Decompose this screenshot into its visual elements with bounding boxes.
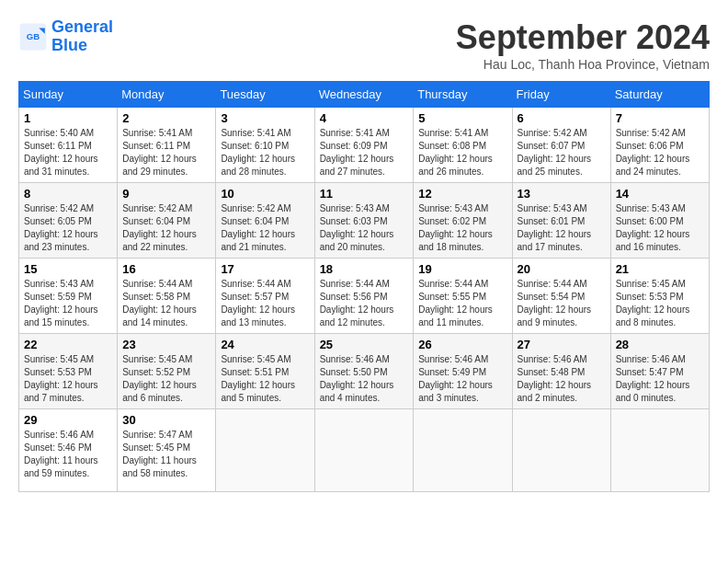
calendar-cell: 4 Sunrise: 5:41 AM Sunset: 6:09 PM Dayli…	[314, 108, 414, 183]
sunrise-label: Sunrise: 5:40 AM	[24, 128, 94, 138]
sunset-label: Sunset: 6:08 PM	[418, 141, 486, 151]
daylight-minutes: and 24 minutes.	[616, 167, 681, 177]
day-info: Sunrise: 5:42 AM Sunset: 6:05 PM Dayligh…	[24, 202, 112, 254]
sunrise-label: Sunrise: 5:46 AM	[320, 354, 390, 364]
sunrise-label: Sunrise: 5:45 AM	[24, 354, 94, 364]
week-row-4: 22 Sunrise: 5:45 AM Sunset: 5:53 PM Dayl…	[19, 334, 710, 409]
day-info: Sunrise: 5:43 AM Sunset: 5:59 PM Dayligh…	[24, 278, 112, 329]
daylight-label: Daylight: 12 hours	[518, 229, 592, 239]
week-row-5: 29 Sunrise: 5:46 AM Sunset: 5:46 PM Dayl…	[19, 409, 710, 492]
sunset-label: Sunset: 6:07 PM	[518, 141, 586, 151]
calendar-cell: 29 Sunrise: 5:46 AM Sunset: 5:46 PM Dayl…	[19, 409, 118, 492]
sunset-label: Sunset: 6:05 PM	[24, 216, 92, 226]
day-number: 24	[221, 338, 309, 351]
calendar-cell: 25 Sunrise: 5:46 AM Sunset: 5:50 PM Dayl…	[314, 334, 414, 409]
day-number: 10	[221, 187, 309, 201]
day-info: Sunrise: 5:45 AM Sunset: 5:53 PM Dayligh…	[24, 353, 112, 405]
day-info: Sunrise: 5:41 AM Sunset: 6:08 PM Dayligh…	[418, 127, 506, 178]
day-number: 6	[518, 111, 606, 125]
sunset-label: Sunset: 6:10 PM	[221, 141, 289, 151]
day-info: Sunrise: 5:44 AM Sunset: 5:58 PM Dayligh…	[122, 278, 210, 329]
week-row-2: 8 Sunrise: 5:42 AM Sunset: 6:05 PM Dayli…	[19, 183, 710, 259]
sunrise-label: Sunrise: 5:46 AM	[418, 354, 488, 364]
calendar-cell: 1 Sunrise: 5:40 AM Sunset: 6:11 PM Dayli…	[19, 108, 118, 183]
calendar-cell	[414, 409, 512, 492]
sunset-label: Sunset: 6:09 PM	[320, 141, 388, 151]
days-header-row: SundayMondayTuesdayWednesdayThursdayFrid…	[19, 82, 710, 108]
daylight-minutes: and 21 minutes.	[221, 242, 286, 252]
daylight-minutes: and 20 minutes.	[320, 242, 385, 252]
calendar-cell: 17 Sunrise: 5:44 AM Sunset: 5:57 PM Dayl…	[216, 259, 314, 334]
daylight-label: Daylight: 12 hours	[221, 304, 295, 315]
daylight-label: Daylight: 12 hours	[320, 229, 394, 239]
daylight-label: Daylight: 11 hours	[24, 455, 98, 465]
day-info: Sunrise: 5:44 AM Sunset: 5:56 PM Dayligh…	[320, 278, 409, 329]
daylight-minutes: and 26 minutes.	[418, 167, 483, 177]
daylight-label: Daylight: 12 hours	[221, 154, 295, 164]
sunrise-label: Sunrise: 5:45 AM	[122, 354, 192, 364]
calendar-cell: 2 Sunrise: 5:41 AM Sunset: 6:11 PM Dayli…	[118, 108, 216, 183]
sunset-label: Sunset: 6:06 PM	[616, 141, 684, 151]
day-number: 20	[518, 262, 606, 276]
sunset-label: Sunset: 5:53 PM	[616, 292, 684, 302]
calendar-cell	[512, 409, 610, 492]
daylight-minutes: and 23 minutes.	[24, 242, 89, 252]
sunrise-label: Sunrise: 5:46 AM	[24, 430, 94, 440]
sunset-label: Sunset: 5:52 PM	[122, 367, 190, 377]
calendar-cell: 7 Sunrise: 5:42 AM Sunset: 6:06 PM Dayli…	[610, 108, 709, 183]
calendar-cell: 13 Sunrise: 5:43 AM Sunset: 6:01 PM Dayl…	[512, 183, 610, 259]
day-number: 15	[24, 262, 112, 276]
calendar-cell: 14 Sunrise: 5:43 AM Sunset: 6:00 PM Dayl…	[610, 183, 709, 259]
sunrise-label: Sunrise: 5:43 AM	[518, 203, 587, 213]
day-number: 3	[221, 111, 309, 125]
sunset-label: Sunset: 5:58 PM	[122, 292, 190, 302]
daylight-minutes: and 12 minutes.	[320, 317, 385, 327]
calendar-cell: 3 Sunrise: 5:41 AM Sunset: 6:10 PM Dayli…	[216, 108, 314, 183]
day-number: 1	[24, 111, 112, 125]
daylight-label: Daylight: 12 hours	[221, 380, 295, 390]
calendar-cell: 18 Sunrise: 5:44 AM Sunset: 5:56 PM Dayl…	[314, 259, 414, 334]
logo: GB General Blue	[18, 18, 113, 55]
daylight-label: Daylight: 12 hours	[518, 154, 592, 164]
daylight-label: Daylight: 12 hours	[320, 380, 394, 390]
day-info: Sunrise: 5:46 AM Sunset: 5:46 PM Dayligh…	[24, 429, 112, 480]
sunrise-label: Sunrise: 5:42 AM	[24, 203, 94, 213]
calendar-cell: 16 Sunrise: 5:44 AM Sunset: 5:58 PM Dayl…	[118, 259, 216, 334]
sunset-label: Sunset: 5:53 PM	[24, 367, 92, 377]
daylight-label: Daylight: 12 hours	[24, 229, 98, 239]
day-info: Sunrise: 5:42 AM Sunset: 6:04 PM Dayligh…	[122, 202, 210, 254]
day-info: Sunrise: 5:45 AM Sunset: 5:53 PM Dayligh…	[616, 278, 704, 329]
day-info: Sunrise: 5:44 AM Sunset: 5:55 PM Dayligh…	[418, 278, 506, 329]
day-info: Sunrise: 5:46 AM Sunset: 5:47 PM Dayligh…	[616, 353, 704, 405]
logo-icon: GB	[18, 22, 48, 52]
daylight-minutes: and 27 minutes.	[320, 167, 385, 177]
day-header-wednesday: Wednesday	[314, 82, 414, 108]
sunset-label: Sunset: 5:48 PM	[518, 367, 586, 377]
sunrise-label: Sunrise: 5:47 AM	[122, 430, 192, 440]
day-header-sunday: Sunday	[19, 82, 118, 108]
daylight-minutes: and 0 minutes.	[616, 393, 677, 403]
daylight-minutes: and 25 minutes.	[518, 167, 583, 177]
day-info: Sunrise: 5:42 AM Sunset: 6:07 PM Dayligh…	[518, 127, 606, 178]
daylight-minutes: and 9 minutes.	[518, 317, 578, 327]
day-info: Sunrise: 5:46 AM Sunset: 5:48 PM Dayligh…	[518, 353, 606, 405]
week-row-3: 15 Sunrise: 5:43 AM Sunset: 5:59 PM Dayl…	[19, 259, 710, 334]
sunrise-label: Sunrise: 5:42 AM	[122, 203, 192, 213]
day-number: 4	[320, 111, 409, 125]
daylight-label: Daylight: 12 hours	[122, 380, 197, 390]
day-info: Sunrise: 5:45 AM Sunset: 5:52 PM Dayligh…	[122, 353, 210, 405]
daylight-minutes: and 2 minutes.	[518, 393, 578, 403]
calendar-cell: 10 Sunrise: 5:42 AM Sunset: 6:04 PM Dayl…	[216, 183, 314, 259]
day-info: Sunrise: 5:44 AM Sunset: 5:57 PM Dayligh…	[221, 278, 309, 329]
sunset-label: Sunset: 5:50 PM	[320, 367, 388, 377]
day-info: Sunrise: 5:47 AM Sunset: 5:45 PM Dayligh…	[122, 429, 210, 480]
daylight-minutes: and 18 minutes.	[418, 242, 483, 252]
sunset-label: Sunset: 6:02 PM	[418, 216, 486, 226]
day-number: 16	[122, 262, 210, 276]
sunset-label: Sunset: 5:59 PM	[24, 292, 92, 302]
sunset-label: Sunset: 6:01 PM	[518, 216, 586, 226]
sunrise-label: Sunrise: 5:41 AM	[418, 128, 488, 138]
sunrise-label: Sunrise: 5:42 AM	[616, 128, 686, 138]
calendar-cell: 28 Sunrise: 5:46 AM Sunset: 5:47 PM Dayl…	[610, 334, 709, 409]
day-number: 17	[221, 262, 309, 276]
